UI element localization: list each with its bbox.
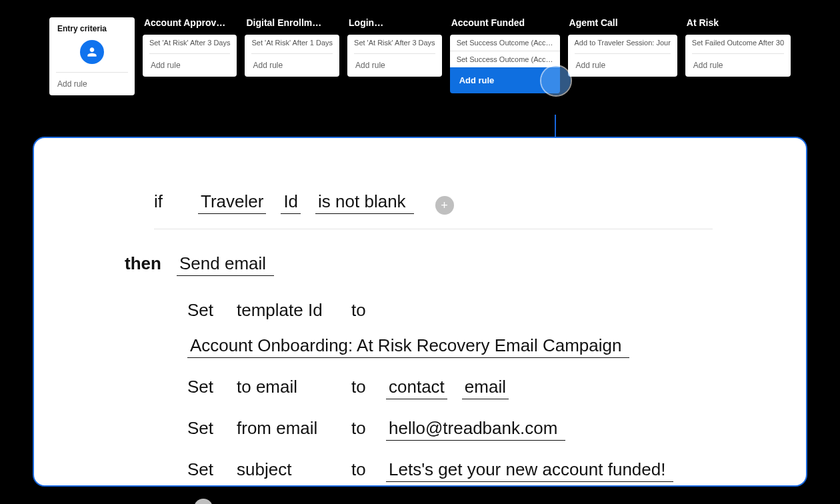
person-icon (80, 40, 104, 64)
entry-icon-wrap (49, 37, 135, 69)
selection-marker-icon (541, 66, 571, 95)
condition-entity[interactable]: Traveler (198, 191, 266, 214)
set-field-label[interactable]: subject (237, 459, 337, 480)
keyword-set: Set (187, 459, 222, 480)
add-rule-link[interactable]: Add rule (568, 54, 677, 77)
rule-chip[interactable]: Set Failed Outcome After 30 (685, 35, 791, 51)
stage-title[interactable]: Agemt Call (568, 17, 677, 35)
entry-criteria-title: Entry criteria (49, 17, 135, 37)
add-condition-icon[interactable]: + (435, 196, 454, 215)
add-rule-link[interactable]: Add rule (347, 54, 442, 77)
stage-card[interactable]: Add to Traveler Session: Jour Add rule (568, 35, 677, 77)
set-value[interactable]: Lets's get your new account funded! (386, 459, 673, 482)
keyword-to: to (351, 418, 371, 439)
stage-col-2: Login… Set 'At Risk' After 3 Days Add ru… (347, 17, 442, 77)
stage-title[interactable]: Account Funded (450, 17, 560, 35)
action-label[interactable]: Send email (177, 253, 274, 276)
condition-field[interactable]: Id (281, 191, 301, 214)
stage-title[interactable]: At Risk (685, 17, 791, 35)
set-value[interactable]: Account Onboarding: At Risk Recovery Ema… (187, 335, 629, 358)
set-row-to-email: Set to email to contact email (187, 377, 713, 399)
stage-card[interactable]: Set 'At Risk' After 3 Days Add rule (347, 35, 442, 77)
set-row-from-email: Set from email to hello@treadbank.com (187, 418, 713, 441)
condition-operator[interactable]: is not blank (315, 191, 414, 214)
stage-title[interactable]: Account Approv… (143, 17, 237, 35)
stage-card[interactable]: Set Failed Outcome After 30 Add rule (685, 35, 791, 77)
stages-row: Entry criteria Add rule Account Approv… … (0, 0, 840, 95)
set-value-token[interactable]: contact (386, 377, 447, 399)
rule-chip[interactable]: Set 'At Risk' After 1 Days (245, 35, 339, 51)
set-row-subject: Set subject to Lets's get your new accou… (187, 459, 713, 504)
stage-card[interactable]: Set Success Outcome (Acc… Set Success Ou… (450, 35, 560, 67)
set-field-label[interactable]: to email (237, 377, 337, 397)
rule-editor-panel: if Traveler Id is not blank + then Send … (33, 137, 807, 487)
keyword-set: Set (187, 300, 222, 321)
connector-line (555, 115, 556, 138)
stage-col-3-selected: Account Funded Set Success Outcome (Acc…… (450, 17, 560, 93)
stage-col-0: Account Approv… Set 'At Risk' After 3 Da… (143, 17, 237, 77)
set-value-token[interactable]: email (462, 377, 509, 399)
rule-chip[interactable]: Set 'At Risk' After 3 Days (143, 35, 237, 51)
rule-chip[interactable]: Set Success Outcome (Acc… (450, 51, 560, 67)
stage-col-1: Digital Enrollm… Set 'At Risk' After 1 D… (245, 17, 339, 77)
keyword-to: to (351, 300, 371, 321)
stage-title[interactable]: Login… (347, 17, 442, 35)
stage-card[interactable]: Set 'At Risk' After 1 Days Add rule (245, 35, 339, 77)
stage-col-4: Agemt Call Add to Traveler Session: Jour… (568, 17, 677, 77)
keyword-to: to (351, 459, 371, 480)
add-set-row-icon[interactable]: + (194, 499, 213, 504)
then-clause: then Send email (154, 253, 713, 276)
add-rule-link[interactable]: Add rule (245, 54, 339, 77)
add-rule-link[interactable]: Add rule (685, 54, 791, 77)
stage-col-5: At Risk Set Failed Outcome After 30 Add … (685, 17, 791, 77)
set-value[interactable]: hello@treadbank.com (386, 418, 565, 441)
add-rule-link[interactable]: Add rule (143, 54, 237, 77)
keyword-to: to (351, 377, 371, 397)
keyword-then: then (125, 253, 162, 274)
rule-chip[interactable]: Set 'At Risk' After 3 Days (347, 35, 442, 51)
stage-card[interactable]: Set 'At Risk' After 3 Days Add rule (143, 35, 237, 77)
rule-chip[interactable]: Add to Traveler Session: Jour (568, 35, 677, 51)
set-field-label[interactable]: from email (237, 418, 337, 439)
add-rule-button[interactable]: Add rule (450, 67, 560, 93)
entry-criteria-card[interactable]: Entry criteria Add rule (49, 17, 135, 95)
keyword-set: Set (187, 418, 222, 439)
set-field-label[interactable]: template Id (237, 300, 337, 321)
set-row-template: Set template Id to Account Onboarding: A… (187, 300, 713, 358)
keyword-if: if (154, 191, 183, 212)
add-rule-button-label: Add rule (459, 75, 495, 85)
add-rule-link[interactable]: Add rule (49, 73, 135, 95)
keyword-set: Set (187, 377, 222, 397)
if-clause: if Traveler Id is not blank + (154, 191, 713, 229)
rule-chip[interactable]: Set Success Outcome (Acc… (450, 35, 560, 51)
stage-title[interactable]: Digital Enrollm… (245, 17, 339, 35)
